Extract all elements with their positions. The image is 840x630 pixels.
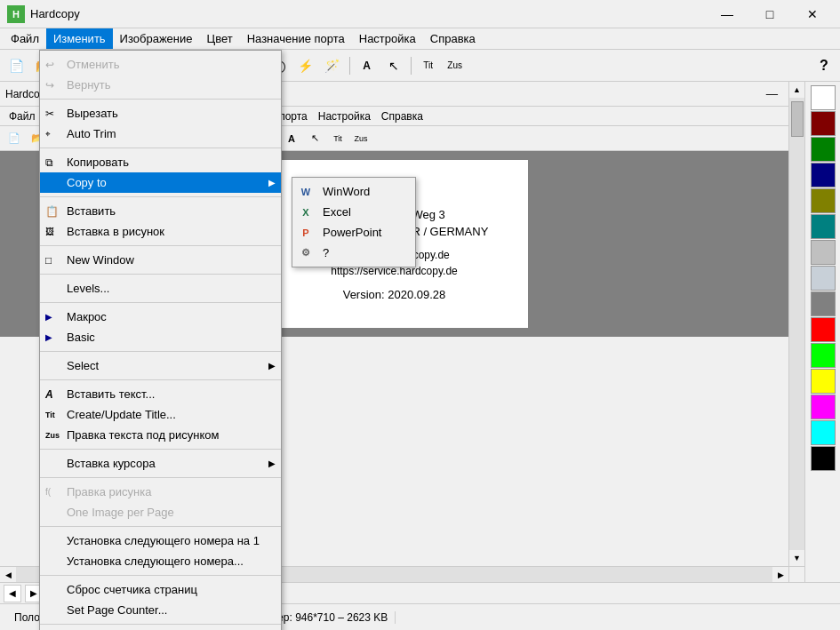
inner-menu-settings[interactable]: Настройка [313, 109, 376, 124]
menu-port[interactable]: Назначение порта [240, 28, 352, 49]
ctx-item-newwindow[interactable]: □ New Window [40, 250, 281, 270]
color-swatch-14[interactable] [811, 446, 836, 471]
ctx-item-redo[interactable]: ↪ Вернуть [40, 75, 281, 95]
editimage-icon: f( [45, 487, 51, 497]
color-swatch-12[interactable] [811, 395, 836, 419]
menu-color[interactable]: Цвет [200, 28, 240, 49]
menu-settings[interactable]: Настройка [352, 28, 423, 49]
ctx-submenu-powerpoint[interactable]: P PowerPoint [292, 222, 415, 243]
ctx-item-editimage[interactable]: f( Правка рисунка [40, 482, 281, 502]
ctx-item-zus[interactable]: Zus Правка текста под рисунком [40, 425, 281, 445]
ctx-submenu-unknown[interactable]: ⚙ ? [292, 243, 415, 263]
scroll-up-btn[interactable]: ▲ [789, 82, 805, 98]
ctx-item-setnumber[interactable]: Установка следующего номера... [40, 551, 281, 571]
ctx-item-copyto[interactable]: Copy to ▶ [40, 172, 281, 193]
ctx-item-undo[interactable]: ↩ Отменить [40, 54, 281, 75]
color-swatch-7[interactable] [811, 266, 836, 291]
paste-image-icon: 🖼 [45, 227, 54, 236]
context-menu[interactable]: ↩ Отменить ↪ Вернуть ✂ Вырезать ⌖ Auto T… [39, 50, 282, 630]
inner-minimize-btn[interactable]: — [761, 87, 783, 100]
text-btn[interactable]: A [355, 53, 380, 78]
ctx-submenu-winword[interactable]: W WinWord [292, 181, 415, 202]
minimize-button[interactable]: — [707, 1, 748, 28]
autotrim-icon: ⌖ [45, 129, 51, 140]
maximize-button[interactable]: □ [749, 1, 790, 28]
inner-zus2-btn[interactable]: Zus [350, 129, 372, 148]
color-swatch-1[interactable] [811, 111, 836, 136]
inner-cursor2-btn[interactable]: ↖ [304, 129, 325, 148]
menu-bar: Файл Изменить Изображение Цвет Назначени… [0, 28, 840, 50]
scroll-down-btn[interactable]: ▼ [789, 550, 805, 566]
ctx-item-paste[interactable]: 📋 Вставить [40, 201, 281, 221]
ctx-item-macro[interactable]: ▶ Макрос [40, 307, 281, 327]
menu-edit[interactable]: Изменить [46, 28, 113, 49]
ctx-item-inserttext[interactable]: A Вставить текст... [40, 384, 281, 404]
menu-help[interactable]: Справка [423, 28, 483, 49]
title-icon: Tit [45, 411, 55, 419]
ctx-item-oneimage[interactable]: One Image per Page [40, 502, 281, 522]
color-swatch-8[interactable] [811, 291, 836, 316]
color-swatch-10[interactable] [811, 343, 836, 368]
select-arrow-icon: ▶ [268, 361, 276, 371]
ctx-item-cut[interactable]: ✂ Вырезать [40, 103, 281, 124]
ctx-item-setpagecounter[interactable]: Set Page Counter... [40, 600, 281, 620]
ctx-sep-2 [40, 148, 281, 148]
copy-icon: ⧉ [45, 156, 53, 169]
vertical-scrollbar: ▲ ▼ [788, 82, 804, 566]
menu-image[interactable]: Изображение [113, 28, 200, 49]
ctx-item-levels[interactable]: Levels... [40, 278, 281, 299]
paste-icon: 📋 [45, 205, 59, 218]
ctx-sep-7 [40, 351, 281, 352]
scroll-track [789, 98, 804, 550]
inner-new-btn[interactable]: 📄 [4, 129, 25, 148]
inner-text2-btn[interactable]: A [281, 129, 302, 148]
inner-menu-file[interactable]: Файл [4, 109, 41, 124]
wand-btn[interactable]: 🪄 [320, 53, 345, 78]
color-palette [804, 82, 840, 582]
zus-btn[interactable]: Zus [443, 53, 468, 78]
ctx-item-basic[interactable]: ▶ Basic [40, 327, 281, 347]
excel-icon: X [298, 204, 314, 220]
ctx-item-paste-image[interactable]: 🖼 Вставка в рисунок [40, 221, 281, 242]
powerpoint-icon: P [298, 225, 314, 241]
newwindow-icon: □ [45, 254, 52, 267]
doc-version: Version: 2020.09.28 [288, 288, 501, 301]
menu-file[interactable]: Файл [4, 28, 46, 49]
ctx-item-title[interactable]: Tit Create/Update Title... [40, 404, 281, 425]
ctx-item-insertcursor[interactable]: Вставка курсора ▶ [40, 453, 281, 474]
ctx-sep-8 [40, 379, 281, 380]
color-swatch-4[interactable] [811, 188, 836, 213]
close-button[interactable]: ✕ [792, 1, 833, 28]
color-swatch-11[interactable] [811, 369, 836, 394]
ctx-item-select[interactable]: Select ▶ [40, 355, 281, 376]
toolbar-sep-5 [411, 57, 412, 75]
copyto-submenu[interactable]: W WinWord X Excel P PowerPoint ⚙ ? [292, 177, 416, 267]
bottom-btn-1[interactable]: ◀ [4, 585, 21, 602]
scroll-right-btn[interactable]: ▶ [772, 567, 788, 583]
new-btn[interactable]: 📄 [4, 53, 28, 78]
cursor-btn[interactable]: ↖ [381, 53, 406, 78]
ctx-item-copy[interactable]: ⧉ Копировать [40, 152, 281, 172]
color-swatch-2[interactable] [811, 137, 836, 162]
scroll-left-btn[interactable]: ◀ [0, 567, 16, 583]
color-swatch-3[interactable] [811, 163, 836, 187]
color-swatch-0[interactable] [811, 85, 836, 110]
ctx-item-autotrim[interactable]: ⌖ Auto Trim [40, 124, 281, 144]
ctx-submenu-excel[interactable]: X Excel [292, 202, 415, 222]
title-btn-tool[interactable]: Tit [416, 53, 441, 78]
ctx-item-setnumber1[interactable]: Установка следующего номера на 1 [40, 530, 281, 551]
basic-icon: ▶ [45, 332, 52, 342]
color-swatch-6[interactable] [811, 240, 836, 265]
scroll-thumb[interactable] [791, 101, 804, 137]
color-swatch-13[interactable] [811, 420, 836, 445]
lasso-btn[interactable]: ⚡ [293, 53, 318, 78]
ctx-item-resetcounter[interactable]: Сброс счетчика страниц [40, 579, 281, 600]
inner-title2-btn[interactable]: Tit [327, 129, 348, 148]
inner-menu-help[interactable]: Справка [376, 109, 428, 124]
color-swatch-9[interactable] [811, 317, 836, 342]
color-swatch-5[interactable] [811, 214, 836, 239]
ctx-sep-11 [40, 526, 281, 527]
ctx-sep-9 [40, 449, 281, 450]
copyto-arrow-icon: ▶ [268, 178, 276, 187]
help-btn[interactable]: ? [812, 53, 836, 78]
